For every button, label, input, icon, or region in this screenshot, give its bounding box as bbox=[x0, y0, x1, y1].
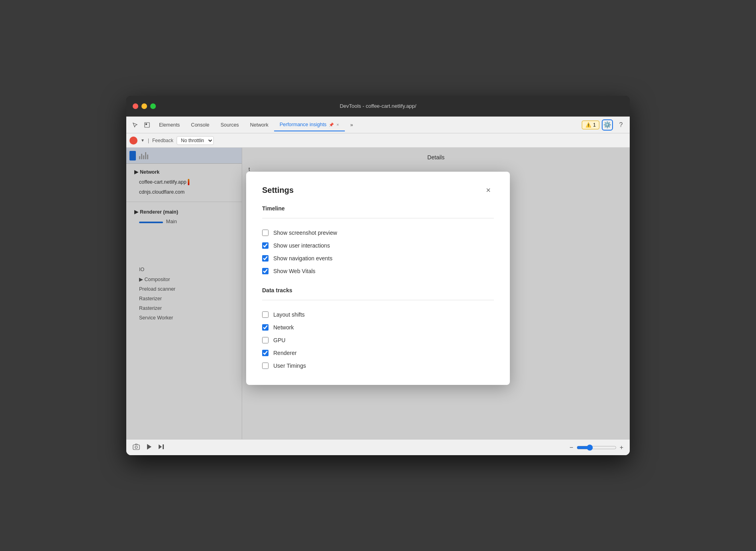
checkbox-user-interactions: Show user interactions bbox=[262, 239, 494, 252]
checkbox-layout-shifts: Layout shifts bbox=[262, 308, 494, 321]
checkbox-renderer: Renderer bbox=[262, 347, 494, 359]
record-btn[interactable] bbox=[129, 137, 137, 145]
data-tracks-divider bbox=[262, 300, 494, 300]
maximize-traffic-light[interactable] bbox=[150, 103, 156, 109]
checkbox-screenshot: Show screenshot preview bbox=[262, 226, 494, 239]
cursor-icon-btn[interactable] bbox=[129, 119, 141, 131]
title-bar: DevTools - coffee-cart.netlify.app/ bbox=[126, 96, 630, 117]
tab-elements[interactable]: Elements bbox=[153, 119, 185, 131]
badge-count: 1 bbox=[593, 122, 596, 128]
user-interactions-label[interactable]: Show user interactions bbox=[273, 242, 330, 249]
checkbox-web-vitals: Show Web Vitals bbox=[262, 265, 494, 277]
tab-more[interactable]: » bbox=[345, 119, 359, 131]
timeline-divider bbox=[262, 218, 494, 218]
svg-rect-4 bbox=[163, 444, 164, 449]
data-tracks-title: Data tracks bbox=[262, 287, 494, 293]
tab-performance[interactable]: Performance insights 📌 × bbox=[274, 119, 345, 131]
tab-sources[interactable]: Sources bbox=[215, 119, 245, 131]
modal-header: Settings × bbox=[262, 184, 494, 196]
toolbar-right: ⚠️ 1 ⚙️ ? bbox=[582, 119, 627, 131]
bottom-left-controls bbox=[133, 444, 165, 452]
main-content: ▶ Network coffee-cart.netlify.app cdnjs.… bbox=[126, 148, 630, 439]
user-timings-label[interactable]: User Timings bbox=[273, 363, 306, 369]
screenshot-checkbox[interactable] bbox=[262, 230, 269, 236]
svg-point-3 bbox=[135, 446, 137, 448]
tab-network[interactable]: Network bbox=[245, 119, 274, 131]
web-vitals-label[interactable]: Show Web Vitals bbox=[273, 268, 315, 274]
zoom-slider[interactable] bbox=[577, 444, 617, 451]
throttle-select[interactable]: No throttlin bbox=[177, 136, 214, 145]
devtools-toolbar: Elements Console Sources Network Perform… bbox=[126, 117, 630, 133]
traffic-lights bbox=[133, 103, 156, 109]
devtools-body: Elements Console Sources Network Perform… bbox=[126, 117, 630, 455]
checkbox-gpu: GPU bbox=[262, 334, 494, 347]
checkbox-network-track: Network bbox=[262, 321, 494, 334]
toolbar-separator: | bbox=[148, 138, 149, 143]
warning-badge-btn[interactable]: ⚠️ 1 bbox=[582, 121, 599, 129]
settings-gear-btn[interactable]: ⚙️ bbox=[602, 119, 613, 131]
screenshot-label[interactable]: Show screenshot preview bbox=[273, 230, 337, 236]
modal-title: Settings bbox=[262, 186, 294, 195]
zoom-out-icon[interactable]: − bbox=[569, 444, 573, 451]
help-btn[interactable]: ? bbox=[615, 119, 627, 131]
user-timings-checkbox[interactable] bbox=[262, 363, 269, 369]
gpu-label[interactable]: GPU bbox=[273, 337, 285, 343]
record-dropdown[interactable]: ▼ bbox=[141, 138, 145, 143]
navigation-events-label[interactable]: Show navigation events bbox=[273, 255, 332, 262]
modal-close-btn[interactable]: × bbox=[483, 184, 494, 196]
inspect-icon-btn[interactable] bbox=[141, 119, 153, 131]
zoom-in-icon[interactable]: + bbox=[620, 444, 623, 451]
data-tracks-section: Data tracks Layout shifts Network bbox=[262, 287, 494, 372]
layout-shifts-label[interactable]: Layout shifts bbox=[273, 311, 305, 318]
renderer-label[interactable]: Renderer bbox=[273, 350, 296, 356]
play-btn[interactable] bbox=[146, 444, 152, 452]
zoom-bar: − + bbox=[569, 444, 623, 451]
checkbox-user-timings: User Timings bbox=[262, 359, 494, 372]
screenshot-btn[interactable] bbox=[133, 444, 140, 452]
network-track-checkbox[interactable] bbox=[262, 324, 269, 331]
warning-icon: ⚠️ bbox=[585, 122, 591, 128]
devtools-window: DevTools - coffee-cart.netlify.app/ Elem… bbox=[126, 96, 630, 455]
svg-rect-1 bbox=[145, 123, 147, 125]
window-title: DevTools - coffee-cart.netlify.app/ bbox=[340, 103, 416, 109]
timeline-section-title: Timeline bbox=[262, 205, 494, 212]
svg-rect-2 bbox=[133, 445, 139, 450]
tab-console[interactable]: Console bbox=[185, 119, 215, 131]
network-track-label[interactable]: Network bbox=[273, 324, 294, 331]
pin-icon: 📌 bbox=[329, 123, 334, 127]
settings-modal: Settings × Timeline Show screenshot prev… bbox=[246, 172, 510, 385]
gpu-checkbox[interactable] bbox=[262, 337, 269, 343]
modal-overlay: Settings × Timeline Show screenshot prev… bbox=[126, 148, 630, 439]
close-tab-icon[interactable]: × bbox=[336, 122, 339, 127]
bottom-bar: − + bbox=[126, 439, 630, 455]
checkbox-navigation-events: Show navigation events bbox=[262, 252, 494, 265]
navigation-events-checkbox[interactable] bbox=[262, 255, 269, 262]
network-toolbar: ▼ | Feedback No throttlin bbox=[126, 133, 630, 148]
feedback-label: Feedback bbox=[152, 138, 173, 143]
minimize-traffic-light[interactable] bbox=[141, 103, 147, 109]
tab-bar: Elements Console Sources Network Perform… bbox=[153, 119, 358, 131]
user-interactions-checkbox[interactable] bbox=[262, 242, 269, 249]
skip-btn[interactable] bbox=[158, 444, 165, 452]
layout-shifts-checkbox[interactable] bbox=[262, 311, 269, 318]
renderer-checkbox[interactable] bbox=[262, 350, 269, 356]
web-vitals-checkbox[interactable] bbox=[262, 268, 269, 274]
close-traffic-light[interactable] bbox=[133, 103, 138, 109]
